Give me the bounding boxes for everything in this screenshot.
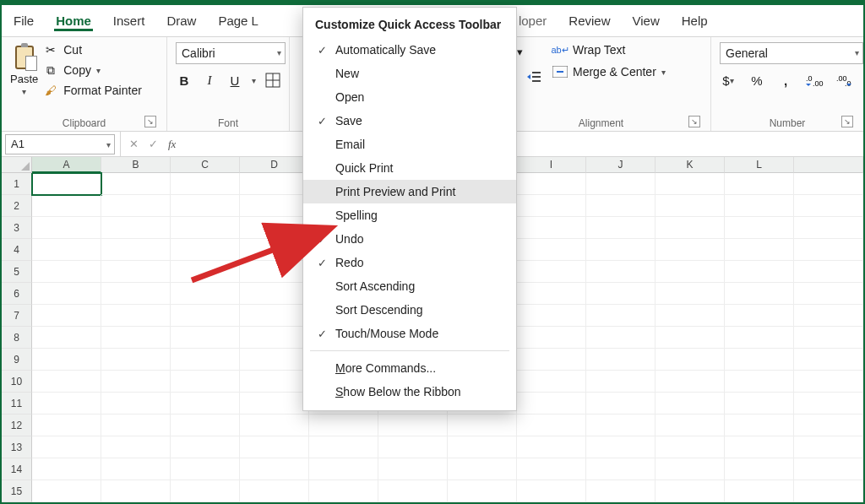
underline-button[interactable]: U <box>226 71 243 89</box>
format-painter-button[interactable]: 🖌 Format Painter <box>43 83 142 98</box>
cell[interactable] <box>240 305 309 327</box>
cell[interactable] <box>378 436 448 458</box>
cell[interactable] <box>171 327 240 349</box>
cell[interactable] <box>725 436 794 458</box>
paste-button[interactable]: Paste ▾ <box>10 42 38 96</box>
cell[interactable] <box>101 195 171 217</box>
cell[interactable] <box>171 349 240 371</box>
qat-show-below-ribbon[interactable]: Show Below the Ribbon <box>303 380 516 404</box>
decrease-decimal-button[interactable]: .00.0 <box>836 71 855 89</box>
cancel-formula-button[interactable]: ✕ <box>129 138 139 150</box>
cell[interactable] <box>32 349 101 371</box>
cell[interactable] <box>656 327 725 349</box>
cell[interactable] <box>171 415 240 436</box>
alignment-dialog-launcher[interactable]: ↘ <box>688 116 700 127</box>
row-header[interactable]: 3 <box>2 217 32 239</box>
cell[interactable] <box>240 217 309 239</box>
cell[interactable] <box>378 458 448 480</box>
cell[interactable] <box>240 480 309 502</box>
cell[interactable] <box>171 261 240 283</box>
cell[interactable] <box>656 261 725 283</box>
row-header[interactable]: 11 <box>2 393 32 415</box>
cell[interactable] <box>171 480 240 502</box>
cell[interactable] <box>794 173 863 195</box>
cell[interactable] <box>725 327 794 349</box>
cell[interactable] <box>794 480 863 502</box>
cell[interactable] <box>586 393 656 415</box>
qat-menu-item[interactable]: ✓Redo <box>303 251 516 274</box>
cell[interactable] <box>32 458 101 480</box>
row-header[interactable]: 7 <box>2 305 32 327</box>
cell[interactable] <box>794 349 863 371</box>
cell[interactable] <box>240 458 309 480</box>
cell[interactable] <box>32 239 101 261</box>
cell[interactable] <box>656 349 725 371</box>
cell[interactable] <box>794 217 863 239</box>
column-header[interactable]: L <box>725 157 794 173</box>
cell[interactable] <box>656 371 725 393</box>
cell[interactable] <box>171 305 240 327</box>
cell[interactable] <box>101 349 171 371</box>
cell[interactable] <box>171 436 240 458</box>
cell[interactable] <box>794 393 863 415</box>
cell[interactable] <box>725 371 794 393</box>
cell[interactable] <box>101 239 171 261</box>
cell[interactable] <box>101 458 171 480</box>
cell[interactable] <box>586 305 656 327</box>
cell[interactable] <box>309 415 378 436</box>
increase-decimal-button[interactable]: .0.00 <box>806 71 824 89</box>
cell[interactable] <box>725 305 794 327</box>
cell[interactable] <box>794 239 863 261</box>
accounting-format-button[interactable]: $ ▾ <box>720 71 737 89</box>
cell[interactable] <box>240 436 309 458</box>
cell[interactable] <box>240 239 309 261</box>
qat-menu-item[interactable]: Email <box>303 133 516 156</box>
cut-button[interactable]: ✂ Cut <box>43 42 142 57</box>
row-header[interactable]: 1 <box>2 173 32 195</box>
cell[interactable] <box>586 195 656 217</box>
cell[interactable] <box>586 349 656 371</box>
qat-menu-item[interactable]: Quick Print <box>303 156 516 180</box>
column-header[interactable] <box>794 157 863 173</box>
row-header[interactable]: 13 <box>2 436 32 458</box>
cell[interactable] <box>586 327 656 349</box>
cell[interactable] <box>309 458 378 480</box>
merge-center-button[interactable]: Merge & Center ▾ <box>552 64 666 79</box>
cell[interactable] <box>656 239 725 261</box>
cell[interactable] <box>240 415 309 436</box>
font-name-combo[interactable]: Calibri ▾ <box>176 42 286 64</box>
tab-insert[interactable]: Insert <box>112 10 147 31</box>
cell[interactable] <box>586 371 656 393</box>
cell[interactable] <box>101 393 171 415</box>
cell[interactable] <box>794 195 863 217</box>
column-header[interactable]: A <box>32 157 101 173</box>
cell[interactable] <box>101 217 171 239</box>
tab-home[interactable]: Home <box>54 10 93 31</box>
qat-menu-item[interactable]: Open <box>303 85 516 109</box>
column-header[interactable]: B <box>101 157 171 173</box>
cell[interactable] <box>32 480 101 502</box>
column-header[interactable]: K <box>656 157 725 173</box>
cell[interactable] <box>794 283 863 305</box>
cell[interactable] <box>517 371 586 393</box>
cell[interactable] <box>517 173 586 195</box>
qat-menu-item[interactable]: ✓Save <box>303 109 516 133</box>
cell[interactable] <box>101 371 171 393</box>
increase-indent-button[interactable] <box>525 68 542 86</box>
cell[interactable] <box>725 217 794 239</box>
cell[interactable] <box>794 371 863 393</box>
cell[interactable] <box>794 415 863 436</box>
cell[interactable] <box>656 283 725 305</box>
cell[interactable] <box>656 173 725 195</box>
cell[interactable] <box>309 436 378 458</box>
cell[interactable] <box>586 415 656 436</box>
borders-button[interactable] <box>264 71 281 89</box>
cell[interactable] <box>586 283 656 305</box>
cell[interactable] <box>32 415 101 436</box>
cell[interactable] <box>32 217 101 239</box>
cell[interactable] <box>586 239 656 261</box>
cell[interactable] <box>725 415 794 436</box>
cell[interactable] <box>32 261 101 283</box>
cell[interactable] <box>517 239 586 261</box>
underline-caret-icon[interactable]: ▾ <box>252 76 256 85</box>
